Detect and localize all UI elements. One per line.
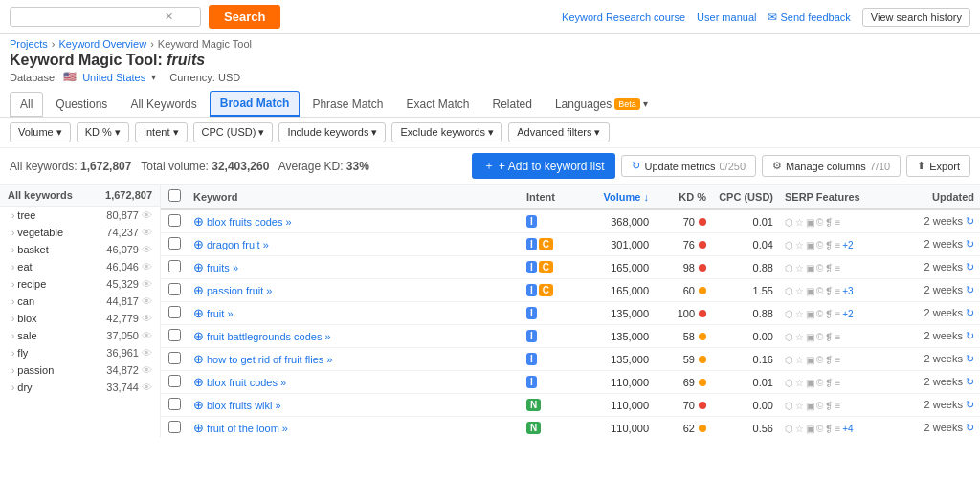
plus-kw-icon[interactable]: ⊕	[193, 398, 204, 412]
plus-kw-icon[interactable]: ⊕	[193, 237, 204, 251]
sidebar-item[interactable]: ›vegetable 74,237👁	[0, 224, 160, 241]
plus-kw-icon[interactable]: ⊕	[193, 214, 204, 229]
serp-list-icon[interactable]: ≡	[835, 378, 840, 388]
row-checkbox-2[interactable]	[168, 260, 181, 272]
serp-star-icon[interactable]: ☆	[795, 263, 804, 273]
serp-copy-icon[interactable]: ©	[816, 355, 823, 365]
serp-star-icon[interactable]: ☆	[795, 309, 804, 319]
row-checkbox-3[interactable]	[168, 283, 181, 295]
serp-image-icon[interactable]: ▣	[806, 286, 814, 296]
serp-link-icon[interactable]: ⬡	[785, 401, 793, 411]
refresh-row-icon[interactable]: ↻	[966, 330, 974, 341]
serp-para-icon[interactable]: ❡	[825, 309, 833, 319]
keyword-link[interactable]: fruit »	[207, 308, 234, 319]
serp-para-icon[interactable]: ❡	[825, 286, 833, 296]
tab-languages[interactable]: Languages Beta ▾	[545, 92, 658, 117]
refresh-row-icon[interactable]: ↻	[966, 422, 974, 433]
serp-star-icon[interactable]: ☆	[795, 355, 804, 365]
sidebar-item[interactable]: ›sale 37,050👁	[0, 327, 160, 344]
sidebar-item[interactable]: ›tree 80,877👁	[0, 207, 160, 224]
serp-para-icon[interactable]: ❡	[825, 332, 833, 342]
keyword-link[interactable]: fruit of the loom »	[207, 423, 288, 434]
serp-image-icon[interactable]: ▣	[806, 217, 814, 228]
refresh-row-icon[interactable]: ↻	[966, 261, 974, 272]
tab-phrase-match[interactable]: Phrase Match	[301, 92, 393, 117]
refresh-row-icon[interactable]: ↻	[966, 399, 974, 410]
add-to-keyword-list-button[interactable]: ＋ + Add to keyword list	[472, 153, 615, 179]
serp-link-icon[interactable]: ⬡	[785, 424, 793, 434]
serp-para-icon[interactable]: ❡	[825, 401, 833, 411]
breadcrumb-projects[interactable]: Projects	[10, 38, 48, 50]
refresh-row-icon[interactable]: ↻	[966, 307, 974, 318]
serp-list-icon[interactable]: ≡	[835, 240, 840, 250]
update-metrics-button[interactable]: ↻ Update metrics 0/250	[621, 155, 756, 177]
serp-star-icon[interactable]: ☆	[795, 332, 804, 342]
serp-copy-icon[interactable]: ©	[816, 240, 823, 250]
search-button[interactable]: Search	[209, 5, 280, 29]
serp-copy-icon[interactable]: ©	[816, 424, 823, 434]
sidebar-item[interactable]: ›recipe 45,329👁	[0, 275, 160, 293]
sidebar-item[interactable]: ›basket 46,079👁	[0, 241, 160, 258]
view-history-button[interactable]: View search history	[862, 8, 970, 27]
breadcrumb-keyword-overview[interactable]: Keyword Overview	[58, 38, 146, 50]
serp-star-icon[interactable]: ☆	[795, 286, 804, 296]
send-feedback-link[interactable]: ✉ Send feedback	[768, 11, 850, 24]
sidebar-item[interactable]: ›eat 46,046👁	[0, 258, 160, 275]
row-checkbox-0[interactable]	[168, 214, 181, 227]
serp-image-icon[interactable]: ▣	[806, 332, 814, 342]
keyword-link[interactable]: blox fruits wiki »	[207, 400, 281, 411]
tab-all-keywords[interactable]: All Keywords	[120, 92, 207, 117]
keyword-link[interactable]: passion fruit »	[207, 285, 272, 296]
serp-copy-icon[interactable]: ©	[816, 309, 823, 319]
serp-list-icon[interactable]: ≡	[835, 263, 840, 273]
serp-link-icon[interactable]: ⬡	[785, 378, 793, 388]
keyword-course-link[interactable]: Keyword Research course	[562, 11, 685, 23]
serp-list-icon[interactable]: ≡	[835, 217, 840, 228]
serp-link-icon[interactable]: ⬡	[785, 332, 793, 342]
export-button[interactable]: ⬆ Export	[906, 155, 970, 177]
refresh-row-icon[interactable]: ↻	[966, 238, 974, 250]
serp-para-icon[interactable]: ❡	[825, 355, 833, 365]
serp-link-icon[interactable]: ⬡	[785, 217, 793, 228]
keyword-link[interactable]: fruit battlegrounds codes »	[207, 331, 331, 342]
tab-exact-match[interactable]: Exact Match	[395, 92, 479, 117]
row-checkbox-1[interactable]	[168, 237, 181, 250]
serp-list-icon[interactable]: ≡	[835, 355, 840, 365]
plus-kw-icon[interactable]: ⊕	[193, 329, 204, 343]
refresh-row-icon[interactable]: ↻	[966, 376, 974, 387]
serp-image-icon[interactable]: ▣	[806, 309, 814, 319]
serp-image-icon[interactable]: ▣	[806, 263, 814, 273]
include-keywords-filter[interactable]: Include keywords ▾	[278, 122, 386, 142]
serp-para-icon[interactable]: ❡	[825, 378, 833, 388]
serp-list-icon[interactable]: ≡	[835, 286, 840, 296]
row-checkbox-7[interactable]	[168, 375, 181, 387]
sidebar-item[interactable]: ›dry 33,744👁	[0, 379, 160, 396]
serp-star-icon[interactable]: ☆	[795, 240, 804, 250]
exclude-keywords-filter[interactable]: Exclude keywords ▾	[391, 122, 502, 142]
tab-broad-match[interactable]: Broad Match	[210, 91, 301, 117]
tab-questions[interactable]: Questions	[45, 92, 118, 117]
serp-link-icon[interactable]: ⬡	[785, 355, 793, 365]
serp-link-icon[interactable]: ⬡	[785, 240, 793, 250]
select-all-checkbox[interactable]	[168, 189, 181, 202]
volume-filter[interactable]: Volume ▾	[10, 122, 71, 142]
serp-para-icon[interactable]: ❡	[825, 263, 833, 273]
serp-list-icon[interactable]: ≡	[835, 424, 840, 434]
tab-related[interactable]: Related	[482, 92, 543, 117]
serp-para-icon[interactable]: ❡	[825, 424, 833, 434]
row-checkbox-5[interactable]	[168, 329, 181, 341]
country-selector[interactable]: United States	[82, 72, 145, 83]
serp-star-icon[interactable]: ☆	[795, 401, 804, 411]
serp-copy-icon[interactable]: ©	[816, 332, 823, 342]
plus-kw-icon[interactable]: ⊕	[193, 283, 204, 297]
refresh-row-icon[interactable]: ↻	[966, 284, 974, 295]
manage-columns-button[interactable]: ⚙ Manage columns 7/10	[762, 155, 901, 177]
cpc-filter[interactable]: CPC (USD) ▾	[193, 122, 274, 142]
sidebar-item[interactable]: ›can 44,817👁	[0, 293, 160, 310]
tab-all[interactable]: All	[10, 92, 43, 117]
serp-copy-icon[interactable]: ©	[816, 401, 823, 411]
serp-link-icon[interactable]: ⬡	[785, 309, 793, 319]
serp-para-icon[interactable]: ❡	[825, 217, 833, 228]
sidebar-item[interactable]: ›passion 34,872👁	[0, 361, 160, 379]
serp-image-icon[interactable]: ▣	[806, 378, 814, 388]
